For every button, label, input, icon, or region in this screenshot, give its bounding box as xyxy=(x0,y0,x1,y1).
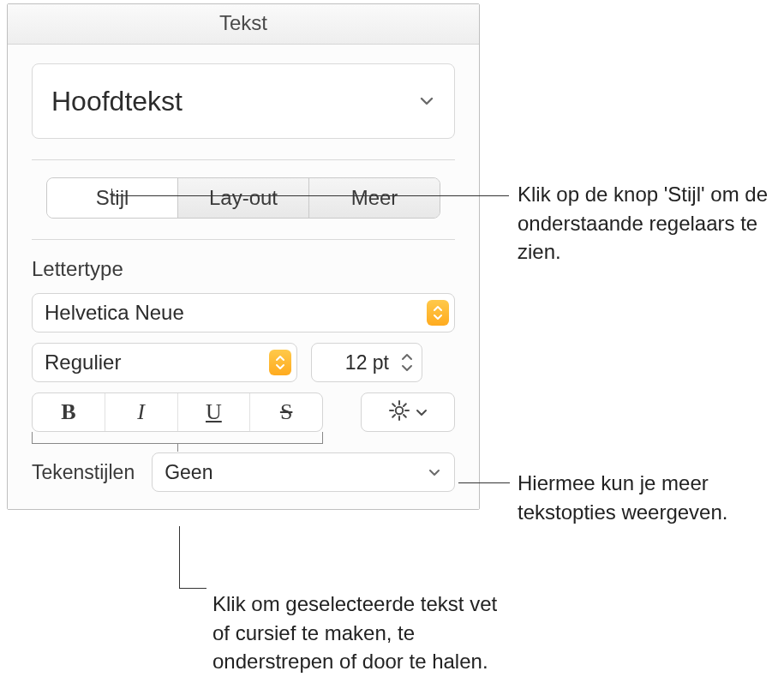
font-size-field[interactable]: 12 pt xyxy=(311,343,422,382)
font-family-select[interactable]: Helvetica Neue xyxy=(32,293,455,333)
callout-leader xyxy=(111,195,509,196)
callout-gear-button: Hiermee kun je meer tekstopties weergeve… xyxy=(518,469,783,526)
callout-bracket xyxy=(32,432,323,447)
character-styles-label: Tekenstijlen xyxy=(32,461,135,484)
strikethrough-button[interactable]: S xyxy=(249,393,322,431)
panel-title: Tekst xyxy=(8,4,479,45)
font-size-stepper xyxy=(398,348,416,377)
tab-layout[interactable]: Lay-out xyxy=(177,178,308,218)
font-section-label: Lettertype xyxy=(32,257,455,281)
svg-point-0 xyxy=(396,407,403,414)
chevron-down-icon xyxy=(423,459,446,485)
font-weight-select[interactable]: Regulier xyxy=(32,343,297,382)
updown-icon xyxy=(269,350,291,375)
character-styles-select[interactable]: Geen xyxy=(152,452,455,492)
paragraph-style-select[interactable]: Hoofdtekst xyxy=(32,63,455,139)
paragraph-style-value: Hoofdtekst xyxy=(51,86,183,117)
callout-leader xyxy=(458,482,510,483)
divider xyxy=(32,159,455,160)
updown-icon xyxy=(427,300,449,326)
italic-button[interactable]: I xyxy=(105,393,177,431)
character-styles-value: Geen xyxy=(165,461,212,484)
stepper-down[interactable] xyxy=(398,364,416,373)
advanced-options-button[interactable] xyxy=(361,392,455,432)
tab-more[interactable]: Meer xyxy=(308,178,440,218)
chevron-down-icon xyxy=(418,93,435,110)
gear-icon xyxy=(388,399,410,425)
callout-leader xyxy=(179,588,206,589)
divider xyxy=(32,239,455,240)
font-size-value: 12 pt xyxy=(312,351,398,374)
font-family-value: Helvetica Neue xyxy=(45,301,184,325)
tab-bar: Stijl Lay-out Meer xyxy=(46,177,440,219)
text-inspector-panel: Tekst Hoofdtekst Stijl Lay-out Meer Lett… xyxy=(7,3,480,510)
callout-bius-segment: Klik om geselecteerde tekst vet of cursi… xyxy=(212,590,504,676)
font-weight-value: Regulier xyxy=(45,350,121,374)
bold-button[interactable]: B xyxy=(33,393,105,431)
callout-style-tab: Klik op de knop 'Stijl' om de onderstaan… xyxy=(518,180,775,267)
stepper-up[interactable] xyxy=(398,352,416,361)
text-style-segmented: B I U S xyxy=(32,392,323,432)
chevron-down-icon xyxy=(416,404,428,420)
callout-leader xyxy=(179,526,180,588)
tab-style[interactable]: Stijl xyxy=(47,178,177,218)
underline-button[interactable]: U xyxy=(177,393,250,431)
